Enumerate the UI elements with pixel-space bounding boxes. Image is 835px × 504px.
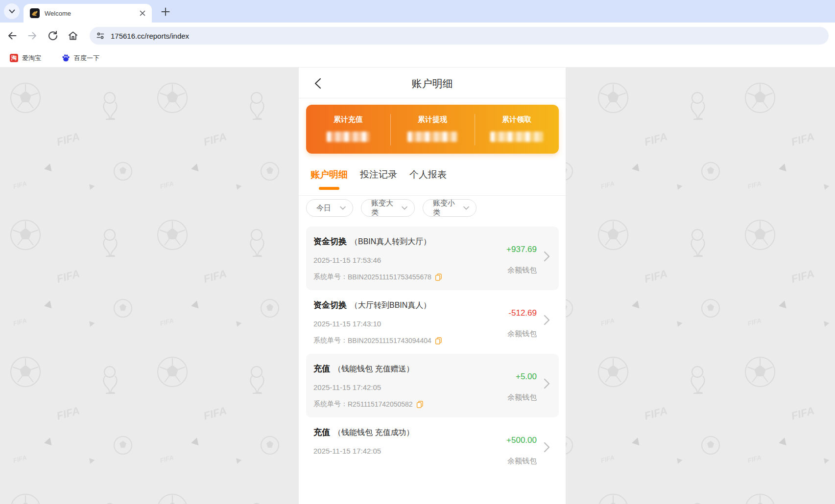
chevron-down-icon [463,206,469,210]
masked-value [407,132,457,142]
masked-value [490,132,543,142]
chevron-right-icon [544,251,550,262]
taobao-icon: 淘 [10,54,18,62]
copy-icon[interactable] [435,274,442,281]
tab-search-button[interactable] [4,3,20,19]
bookmarks-bar: 淘 爱淘宝 百度一下 [0,49,835,68]
reload-button[interactable] [45,28,61,44]
transaction-datetime: 2025-11-15 17:42:05 [313,447,381,455]
tab-close-button[interactable] [138,9,147,18]
site-settings-icon[interactable] [96,31,105,40]
filter-row: 今日 账变大类 账变小类 [306,199,477,217]
transaction-row[interactable]: 充值（钱能钱包 充值成功） 2025-11-15 17:42:05 +500.0… [306,417,559,481]
transaction-datetime: 2025-11-15 17:43:10 [313,320,381,328]
summary-total-withdraw: 累计提现 [390,105,475,154]
wallet-label: 余额钱包 [507,457,537,466]
close-icon [140,10,145,16]
bookmark-aitaobao[interactable]: 淘 爱淘宝 [7,51,44,65]
chevron-down-icon [340,206,346,210]
copy-icon[interactable] [416,401,424,408]
transaction-type: 资金切换 [313,300,347,310]
address-bar[interactable]: 175616.cc/reports/index [90,27,829,45]
transaction-subtitle: （大厅转到BBIN真人） [350,301,431,309]
browser-tab-strip: Welcome [0,0,835,23]
transaction-amount: -512.69 [508,308,537,318]
plus-icon [161,7,170,16]
active-tab-underline [319,187,339,190]
chevron-right-icon [544,315,550,325]
summary-card: 累计充值 累计提现 累计领取 [306,105,559,154]
transaction-amount: +5.00 [516,372,537,382]
filter-date-dropdown[interactable]: 今日 [306,199,353,217]
new-tab-button[interactable] [159,5,172,18]
page-title: 账户明细 [299,77,566,91]
order-label: 系统单号： [313,400,348,409]
filter-minor-type-dropdown[interactable]: 账变小类 [423,199,477,217]
chevron-down-icon [9,9,15,14]
url-text: 175616.cc/reports/index [111,32,189,40]
transaction-subtitle: （BBIN真人转到大厅） [350,237,431,246]
transaction-amount: +937.69 [506,245,537,254]
order-number: BBIN202511151743094404 [348,337,431,344]
transaction-row[interactable]: 资金切换（BBIN真人转到大厅） 2025-11-15 17:53:46 系统单… [306,227,559,290]
tab-title: Welcome [45,10,138,17]
order-label: 系统单号： [313,273,348,281]
transaction-datetime: 2025-11-15 17:53:46 [313,256,381,264]
transaction-list: 资金切换（BBIN真人转到大厅） 2025-11-15 17:53:46 系统单… [306,227,559,481]
filter-major-type-dropdown[interactable]: 账变大类 [361,199,415,217]
site-favicon [30,8,40,18]
transaction-type: 资金切换 [313,237,347,246]
chevron-down-icon [402,206,407,210]
tab-personal-report[interactable]: 个人报表 [409,168,447,182]
masked-value [327,132,370,142]
chevron-right-icon [544,442,550,453]
home-icon [67,30,79,42]
tab-bet-records[interactable]: 投注记录 [360,168,397,182]
tab-account-detail[interactable]: 账户明细 [310,168,348,182]
back-arrow-icon [6,30,18,42]
order-label: 系统单号： [313,336,348,345]
wallet-label: 余额钱包 [507,393,537,402]
header-divider [299,98,566,98]
forward-arrow-icon [26,30,38,42]
account-detail-panel: 账户明细 累计充值 累计提现 累计领取 账户明细 投注记录 个人报表 今日 [299,68,566,504]
baidu-paw-icon [62,54,70,62]
chevron-right-icon [544,378,550,389]
transaction-subtitle: （钱能钱包 充值成功） [334,428,414,436]
transaction-type: 充值 [313,428,330,437]
tabs-divider [299,195,566,196]
summary-total-claim: 累计领取 [475,105,559,154]
report-tabs: 账户明细 投注记录 个人报表 [310,168,447,182]
browser-tab-welcome[interactable]: Welcome [24,4,152,23]
home-button[interactable] [65,28,81,44]
transaction-amount: +500.00 [506,435,537,445]
copy-icon[interactable] [435,337,442,344]
transaction-row[interactable]: 充值（钱能钱包 充值赠送） 2025-11-15 17:42:05 系统单号：R… [306,354,559,417]
bookmark-baidu[interactable]: 百度一下 [59,51,102,65]
wallet-label: 余额钱包 [507,266,537,275]
wallet-label: 余额钱包 [507,329,537,339]
transaction-datetime: 2025-11-15 17:42:05 [313,383,381,391]
forward-button[interactable] [24,28,40,44]
order-number: BBIN202511151753455678 [348,273,431,281]
transaction-type: 充值 [313,364,330,373]
summary-total-deposit: 累计充值 [306,105,390,154]
transaction-subtitle: （钱能钱包 充值赠送） [334,365,414,373]
order-number: R2511151742050582 [348,400,413,408]
reload-icon [47,30,59,42]
transaction-row[interactable]: 资金切换（大厅转到BBIN真人） 2025-11-15 17:43:10 系统单… [306,290,559,354]
back-button[interactable] [4,28,20,44]
